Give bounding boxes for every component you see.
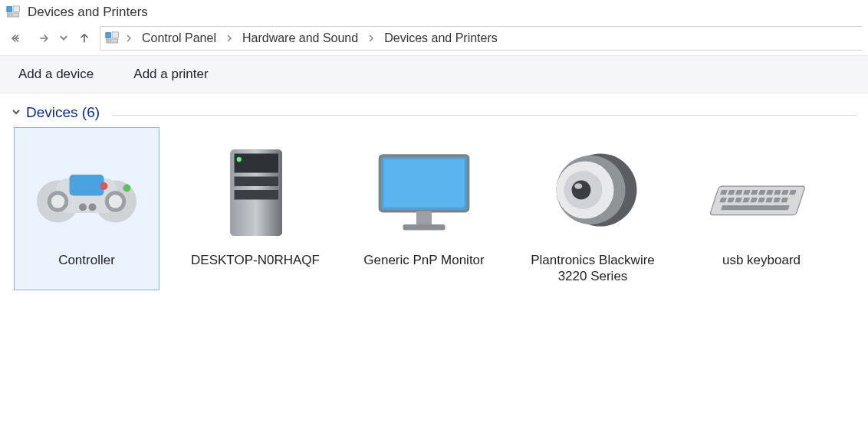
group-header-devices[interactable]: Devices (6)	[0, 93, 868, 123]
device-label: usb keyboard	[694, 252, 829, 268]
chevron-right-icon[interactable]	[224, 32, 235, 44]
svg-point-20	[123, 185, 131, 192]
svg-point-8	[107, 40, 109, 41]
svg-rect-31	[403, 224, 446, 231]
device-label: DESKTOP-N0RHAQF	[188, 252, 323, 268]
chevron-down-icon	[11, 106, 21, 119]
breadcrumb-control-panel[interactable]: Control Panel	[137, 28, 221, 48]
nav-forward-button[interactable]	[32, 28, 54, 49]
chevron-right-icon[interactable]	[123, 32, 134, 44]
control-panel-icon	[6, 5, 21, 19]
device-label: Generic PnP Monitor	[357, 252, 492, 268]
toolbar: Add a device Add a printer	[0, 55, 868, 93]
svg-rect-0	[7, 7, 12, 12]
nav-up-button[interactable]	[74, 28, 95, 49]
divider	[112, 115, 857, 116]
svg-rect-13	[70, 175, 104, 196]
device-desktop[interactable]: DESKTOP-N0RHAQF	[182, 127, 328, 290]
add-printer-button[interactable]: Add a printer	[129, 64, 212, 85]
navbar: Control Panel Hardware and Sound Devices…	[0, 25, 868, 55]
device-monitor[interactable]: Generic PnP Monitor	[351, 127, 497, 290]
svg-point-4	[11, 14, 12, 15]
keyboard-icon	[704, 133, 819, 247]
device-controller[interactable]: Controller	[14, 127, 159, 290]
desktop-tower-icon	[198, 133, 313, 247]
monitor-icon	[367, 133, 482, 247]
svg-rect-5	[106, 33, 111, 38]
svg-point-37	[574, 183, 582, 189]
svg-point-3	[8, 14, 10, 15]
device-headset[interactable]: Plantronics Blackwire 3220 Series	[520, 127, 666, 290]
window-title: Devices and Printers	[28, 5, 148, 20]
svg-rect-25	[235, 177, 279, 187]
svg-rect-1	[13, 6, 19, 11]
add-device-button[interactable]: Add a device	[14, 64, 98, 85]
speaker-icon	[535, 133, 650, 247]
group-title: Devices (6)	[26, 104, 100, 121]
svg-rect-6	[112, 32, 118, 38]
gamepad-icon	[29, 133, 144, 247]
svg-point-15	[51, 195, 65, 208]
svg-point-18	[79, 204, 87, 211]
svg-point-17	[109, 195, 123, 208]
svg-rect-30	[416, 211, 432, 225]
nav-history-dropdown[interactable]	[58, 28, 69, 49]
device-label: Controller	[19, 252, 154, 268]
titlebar: Devices and Printers	[0, 0, 868, 25]
svg-point-27	[237, 157, 242, 162]
device-label: Plantronics Blackwire 3220 Series	[525, 252, 660, 285]
svg-rect-24	[235, 154, 279, 173]
address-bar[interactable]: Control Panel Hardware and Sound Devices…	[100, 26, 862, 51]
nav-back-button[interactable]	[6, 28, 28, 49]
svg-point-19	[89, 204, 97, 211]
breadcrumb-hardware-and-sound[interactable]: Hardware and Sound	[238, 28, 363, 48]
svg-rect-26	[235, 190, 279, 200]
svg-point-9	[110, 40, 111, 41]
svg-rect-58	[721, 205, 790, 210]
chevron-right-icon[interactable]	[366, 32, 376, 44]
svg-point-21	[100, 182, 108, 190]
device-keyboard[interactable]: usb keyboard	[689, 127, 834, 290]
control-panel-icon	[105, 31, 120, 45]
breadcrumb-devices-and-printers[interactable]: Devices and Printers	[380, 28, 502, 48]
device-list: Controller DESKTOP-N0RHAQF	[0, 123, 868, 295]
svg-rect-29	[384, 159, 465, 208]
svg-point-36	[572, 181, 591, 200]
